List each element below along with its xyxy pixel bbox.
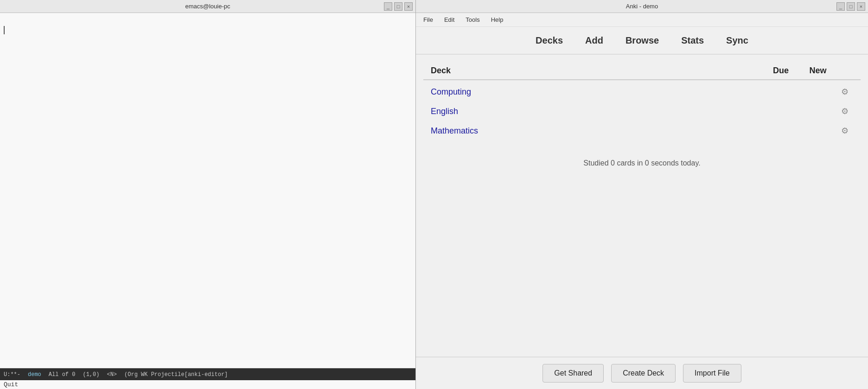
emacs-close-button[interactable]: × — [404, 2, 413, 11]
menu-edit[interactable]: Edit — [440, 15, 458, 24]
toolbar-add-button[interactable]: Add — [580, 33, 609, 48]
anki-close-button[interactable]: × — [857, 2, 865, 11]
emacs-position: All of 0 — [49, 371, 76, 378]
deck-gear-computing[interactable]: ⚙ — [836, 87, 853, 97]
studied-text: Studied 0 cards in 0 seconds today. — [423, 159, 861, 167]
anki-window-controls: _ □ × — [836, 2, 865, 11]
toolbar-stats-button[interactable]: Stats — [676, 33, 709, 48]
anki-menubar: File Edit Tools Help — [416, 13, 868, 27]
emacs-quit-area: Quit — [0, 380, 415, 389]
emacs-window-controls: _ □ × — [384, 2, 413, 11]
anki-minimize-button[interactable]: _ — [836, 2, 845, 11]
emacs-window: emacs@louie-pc _ □ × U:**- demo All of 0… — [0, 0, 416, 389]
emacs-titlebar: emacs@louie-pc _ □ × — [0, 0, 415, 13]
deck-name-english: English — [431, 107, 762, 116]
emacs-statusbar: U:**- demo All of 0 (1,0) <N> (Org WK Pr… — [0, 368, 415, 380]
deck-row-computing[interactable]: Computing ⚙ — [423, 82, 861, 102]
emacs-extra: <N> — [107, 371, 117, 378]
menu-help[interactable]: Help — [487, 15, 507, 24]
emacs-cursor — [4, 26, 5, 34]
anki-footer: Get Shared Create Deck Import File — [416, 357, 868, 389]
emacs-buffer-name: demo — [28, 371, 41, 378]
anki-titlebar: Anki - demo _ □ × — [416, 0, 868, 13]
deck-gear-english[interactable]: ⚙ — [836, 106, 853, 116]
anki-toolbar: Decks Add Browse Stats Sync — [416, 27, 868, 55]
menu-tools[interactable]: Tools — [462, 15, 483, 24]
deck-header-due: Due — [762, 66, 799, 76]
deck-row-english[interactable]: English ⚙ — [423, 102, 861, 121]
toolbar-sync-button[interactable]: Sync — [721, 33, 754, 48]
get-shared-button[interactable]: Get Shared — [542, 364, 604, 383]
deck-header-new: New — [799, 66, 836, 76]
toolbar-browse-button[interactable]: Browse — [620, 33, 664, 48]
deck-row-mathematics[interactable]: Mathematics ⚙ — [423, 121, 861, 140]
import-file-button[interactable]: Import File — [683, 364, 741, 383]
toolbar-decks-button[interactable]: Decks — [530, 33, 568, 48]
anki-title: Anki - demo — [626, 3, 658, 10]
emacs-editor-area[interactable] — [0, 13, 415, 368]
create-deck-button[interactable]: Create Deck — [611, 364, 676, 383]
emacs-title: emacs@louie-pc — [185, 3, 230, 10]
deck-name-mathematics: Mathematics — [431, 126, 762, 136]
anki-content-area: Deck Due New Computing ⚙ English ⚙ Mathe… — [416, 55, 868, 357]
anki-window: Anki - demo _ □ × File Edit Tools Help D… — [416, 0, 868, 389]
emacs-mode-indicator: U:**- — [4, 371, 20, 378]
emacs-minor-modes: (Org WK Projectile[anki-editor] — [124, 371, 228, 378]
emacs-line-col: (1,0) — [83, 371, 99, 378]
deck-gear-mathematics[interactable]: ⚙ — [836, 126, 853, 136]
menu-file[interactable]: File — [420, 15, 437, 24]
deck-table-header: Deck Due New — [423, 62, 861, 80]
emacs-minimize-button[interactable]: _ — [384, 2, 392, 11]
anki-maximize-button[interactable]: □ — [847, 2, 855, 11]
emacs-maximize-button[interactable]: □ — [394, 2, 402, 11]
deck-header-name: Deck — [431, 66, 762, 76]
deck-name-computing: Computing — [431, 87, 762, 97]
emacs-quit-label: Quit — [4, 381, 18, 388]
